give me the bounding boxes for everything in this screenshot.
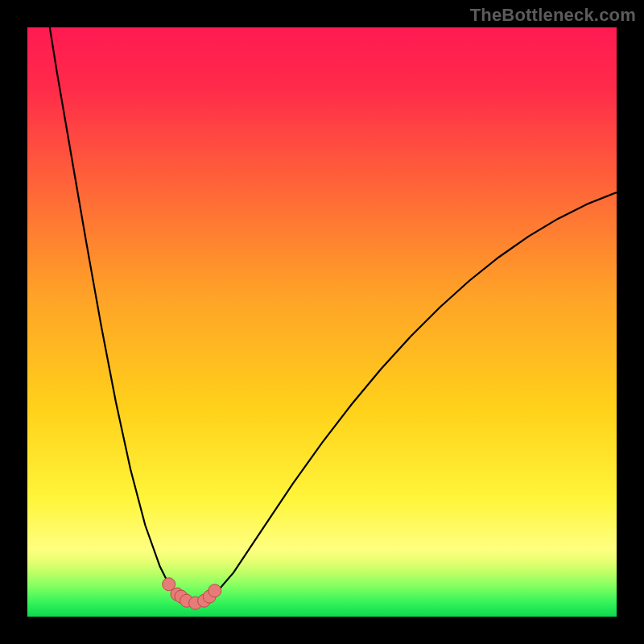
chart-svg <box>27 27 617 617</box>
watermark-text: TheBottleneck.com <box>470 5 636 26</box>
valley-marker <box>208 584 221 597</box>
gradient-background <box>27 27 617 617</box>
frame: TheBottleneck.com <box>0 0 644 644</box>
plot-area <box>27 27 617 617</box>
